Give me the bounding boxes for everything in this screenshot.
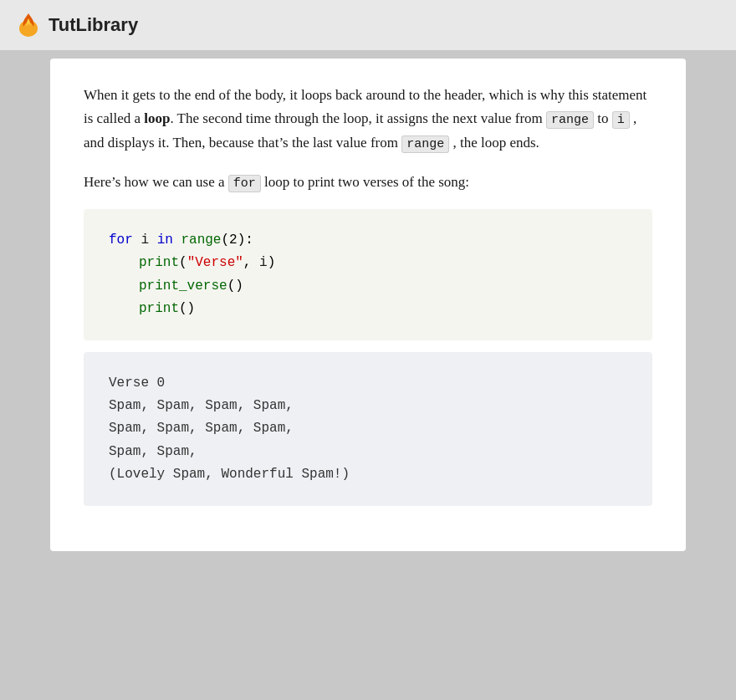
code-line-2: print("Verse", i) [109,252,627,274]
code-block: for i in range(2): print("Verse", i) pri… [84,209,652,340]
flame-icon [13,10,43,40]
keyword-in: in [157,232,173,248]
top-bar: TutLibrary [0,0,736,50]
paren-open-2: ( [179,255,187,270]
paren-open-3: () [227,278,243,294]
output-line-5: (Lovely Spam, Wonderful Spam!) [109,463,627,486]
func-print-2: print [139,301,179,316]
string-verse: "Verse" [187,255,243,270]
code-line-1: for i in range(2): [109,229,627,252]
code-line-4: print() [109,298,627,320]
for-code: for [228,175,261,192]
range-code-1: range [546,111,594,129]
output-line-2: Spam, Spam, Spam, Spam, [109,395,627,417]
content-wrapper: When it gets to the end of the body, it … [0,50,736,700]
range-code-2: range [401,135,449,153]
func-print-1: print [139,255,179,270]
var-i-2: i [259,255,268,270]
paren-close-1: ) [238,232,246,248]
func-range: range [181,232,221,248]
bold-loop: loop [144,110,170,126]
code-line-3: print_verse() [109,275,627,298]
paren-close-2: ) [268,255,276,270]
logo-text: TutLibrary [49,14,138,36]
output-line-4: Spam, Spam, [109,441,627,463]
comma-1: , [243,255,259,270]
keyword-for: for [109,232,133,248]
var-i-1: i [141,232,149,248]
paragraph-1: When it gets to the end of the body, it … [84,84,652,156]
i-code-1: i [612,111,630,129]
paren-open-4: () [179,301,195,316]
paragraph-2-before: Here’s how we can use a [84,174,228,190]
logo: TutLibrary [13,10,138,40]
paren-open-1: ( [221,232,229,248]
paragraph-2: Here’s how we can use a for loop to prin… [84,171,652,195]
colon-1: : [245,232,253,248]
output-block: Verse 0 Spam, Spam, Spam, Spam, Spam, Sp… [84,352,652,506]
page-card: When it gets to the end of the body, it … [50,59,686,551]
arg-2: 2 [229,232,238,248]
func-print-verse: print_verse [139,278,227,294]
output-line-1: Verse 0 [109,372,627,395]
paragraph-2-after: loop to print two verses of the song: [261,174,469,190]
output-line-3: Spam, Spam, Spam, Spam, [109,417,627,440]
